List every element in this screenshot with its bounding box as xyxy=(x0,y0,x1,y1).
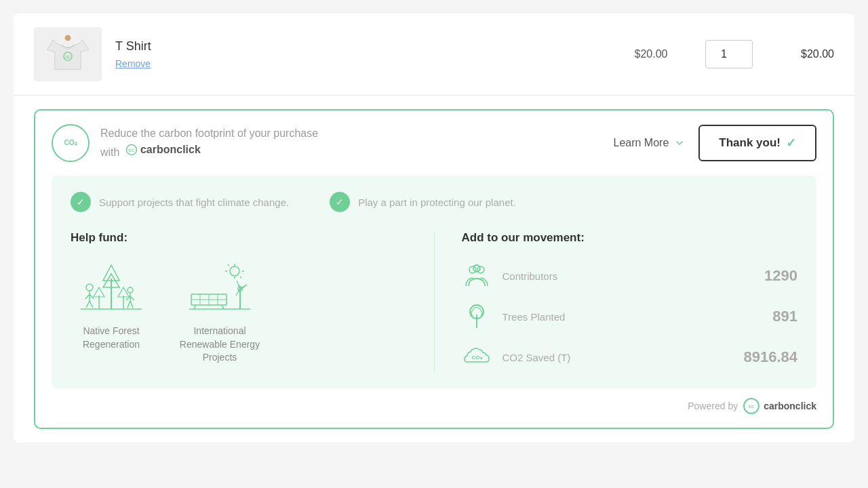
carbonclick-inline-icon: CC xyxy=(125,144,138,156)
contributors-icon xyxy=(462,261,492,291)
movement-stats-list: Contributors 1290 xyxy=(462,261,798,372)
checkpoint-2: ✓ Play a part in protecting our planet. xyxy=(330,192,516,212)
svg-line-32 xyxy=(240,277,241,278)
checkpoint-1: ✓ Support projects that fight climate ch… xyxy=(71,192,289,212)
svg-marker-19 xyxy=(103,265,119,281)
movement-title: Add to our movement: xyxy=(462,231,798,245)
widget-body: ✓ Support projects that fight climate ch… xyxy=(52,176,816,388)
co2-icon-text: CO₂ xyxy=(64,140,77,146)
product-name: T Shirt xyxy=(115,39,597,54)
cc-logo-icon: CC xyxy=(743,398,760,414)
svg-point-42 xyxy=(469,266,476,273)
solar-wind-icon xyxy=(186,261,254,315)
learn-more-button[interactable]: Learn More xyxy=(614,137,686,149)
widget-header: CO₂ Reduce the carbon footprint of your … xyxy=(52,124,816,162)
widget-footer: Powered by CC carbonclick xyxy=(52,398,816,414)
product-price: $20.00 xyxy=(610,48,692,60)
checkpoints-row: ✓ Support projects that fight climate ch… xyxy=(71,192,797,212)
movement-section: Add to our movement: xyxy=(435,231,798,372)
svg-marker-24 xyxy=(118,287,129,297)
svg-point-2 xyxy=(65,35,71,41)
svg-line-31 xyxy=(228,264,229,266)
stat-co2: CO₂ CO2 Saved (T) 8916.84 xyxy=(462,342,798,372)
svg-point-43 xyxy=(477,266,484,273)
svg-line-11 xyxy=(90,301,93,308)
trees-planted-label: Trees Planted xyxy=(502,311,762,323)
powered-by-text: Powered by xyxy=(688,401,738,411)
svg-line-41 xyxy=(222,305,224,309)
project-native-forest: Native Forest Regeneration xyxy=(71,261,152,365)
help-fund-title: Help fund: xyxy=(71,231,407,245)
header-left: CO₂ Reduce the carbon footprint of your … xyxy=(52,124,331,162)
fund-projects-list: Native Forest Regeneration xyxy=(71,261,407,365)
svg-point-12 xyxy=(127,287,133,293)
product-image: CC xyxy=(34,27,102,81)
svg-point-6 xyxy=(86,284,93,291)
tree-icon xyxy=(462,302,492,331)
product-total: $20.00 xyxy=(766,48,834,60)
svg-text:CO₂: CO₂ xyxy=(471,354,482,361)
remove-button[interactable]: Remove xyxy=(115,58,151,69)
svg-text:CC: CC xyxy=(749,405,755,409)
svg-text:CC: CC xyxy=(65,55,71,59)
check-circle-2: ✓ xyxy=(330,192,350,212)
header-right: Learn More Thank you! ✓ xyxy=(614,125,817,161)
svg-line-15 xyxy=(130,296,134,300)
widget-content: Help fund: xyxy=(71,231,797,372)
help-fund-section: Help fund: xyxy=(71,231,435,372)
svg-line-8 xyxy=(85,294,90,299)
project-renewable-energy: International Renewable Energy Projects xyxy=(179,261,260,365)
carbonclick-logo: CC carbonclick xyxy=(743,398,816,414)
stat-trees: Trees Planted 891 xyxy=(462,302,798,331)
svg-line-16 xyxy=(127,301,130,308)
thank-you-button[interactable]: Thank you! ✓ xyxy=(698,125,816,161)
checkmark-icon: ✓ xyxy=(786,136,796,150)
forest-icon xyxy=(77,261,145,315)
svg-line-10 xyxy=(86,301,90,308)
product-info: T Shirt Remove xyxy=(115,39,597,70)
checkpoint-text-2: Play a part in protecting our planet. xyxy=(358,197,516,208)
page-container: CC T Shirt Remove $20.00 $20.00 CO₂ Redu… xyxy=(14,14,854,443)
svg-line-17 xyxy=(130,301,133,308)
native-forest-label: Native Forest Regeneration xyxy=(71,325,152,351)
svg-line-9 xyxy=(90,294,94,299)
check-circle-1: ✓ xyxy=(71,192,91,212)
stat-contributors: Contributors 1290 xyxy=(462,261,798,291)
carbonclick-brand-name: carbonclick xyxy=(764,401,816,411)
svg-line-40 xyxy=(194,305,196,309)
co2-saved-value: 8916.84 xyxy=(743,348,797,366)
svg-marker-22 xyxy=(94,287,104,297)
renewable-energy-label: International Renewable Energy Projects xyxy=(179,325,260,365)
carbon-widget: CO₂ Reduce the carbon footprint of your … xyxy=(34,109,834,429)
trees-planted-value: 891 xyxy=(772,308,797,325)
co2-saved-label: CO2 Saved (T) xyxy=(502,352,733,363)
co2-icon: CO₂ xyxy=(52,124,90,162)
svg-point-26 xyxy=(230,266,239,276)
checkpoint-text-1: Support projects that fight climate chan… xyxy=(99,197,289,208)
brand-name-inline: carbonclick xyxy=(140,142,201,158)
svg-point-44 xyxy=(473,265,480,272)
quantity-input[interactable] xyxy=(705,40,753,68)
widget-description: Reduce the carbon footprint of your purc… xyxy=(100,125,331,161)
contributors-value: 1290 xyxy=(764,267,797,285)
chevron-down-icon xyxy=(674,138,685,148)
co2-cloud-icon: CO₂ xyxy=(462,342,492,372)
svg-text:CC: CC xyxy=(129,148,135,152)
contributors-label: Contributors xyxy=(502,270,754,282)
cart-item-row: CC T Shirt Remove $20.00 $20.00 xyxy=(14,14,854,96)
